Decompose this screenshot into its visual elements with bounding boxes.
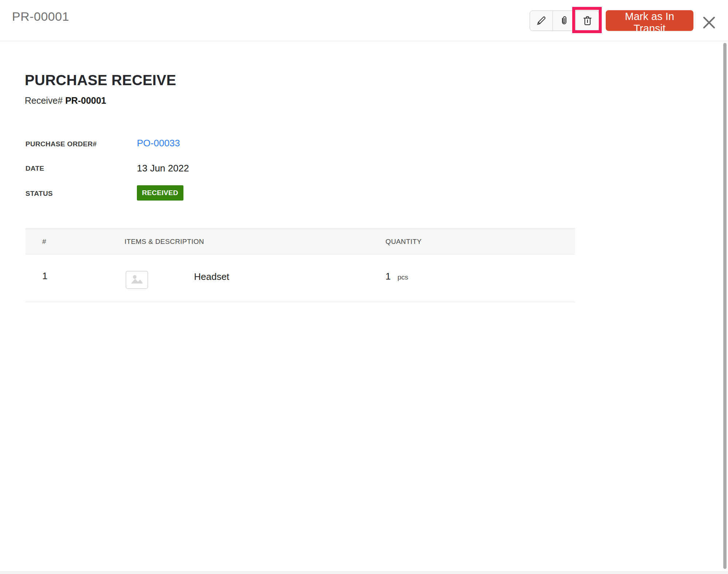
purchase-order-label: PURCHASE ORDER# [25,140,97,148]
page-bottom-edge [0,571,728,574]
table-row: 1 Headset 1 pcs [25,254,575,302]
vertical-scrollbar-thumb[interactable] [723,43,727,569]
item-name: Headset [194,271,229,282]
trash-icon [582,15,593,27]
delete-button[interactable] [576,11,599,31]
mark-as-in-transit-button[interactable]: Mark as In Transit [606,10,693,31]
table-header: # ITEMS & DESCRIPTION QUANTITY [25,229,575,254]
image-placeholder-icon [130,273,144,286]
items-table: # ITEMS & DESCRIPTION QUANTITY 1 Headset… [25,229,575,302]
purchase-order-link[interactable]: PO-00033 [137,138,180,149]
date-value: 13 Jun 2022 [137,163,189,174]
pencil-icon [535,15,547,27]
document-heading: PURCHASE RECEIVE [25,72,176,88]
status-label: STATUS [25,190,53,198]
receive-number-line: Receive# PR-00001 [25,95,106,106]
item-unit: pcs [397,273,408,281]
column-header-items: ITEMS & DESCRIPTION [124,238,204,246]
row-index: 1 [42,270,47,282]
edit-button[interactable] [530,11,553,31]
toolbar-button-group [530,11,599,31]
date-label: DATE [25,165,44,173]
close-button[interactable] [701,15,717,31]
paperclip-icon [559,15,570,26]
column-header-number: # [42,238,46,246]
close-icon [701,26,717,32]
receive-label: Receive# [25,95,63,106]
column-header-quantity: QUANTITY [385,238,422,246]
attach-button[interactable] [553,11,576,31]
page-title: PR-00001 [12,9,69,24]
purchase-receive-modal: PR-00001 [0,0,728,574]
receive-number: PR-00001 [65,95,106,106]
status-badge: RECEIVED [137,185,183,201]
item-quantity: 1 [385,271,391,282]
item-image-placeholder [126,271,148,289]
modal-header: PR-00001 [0,0,728,41]
